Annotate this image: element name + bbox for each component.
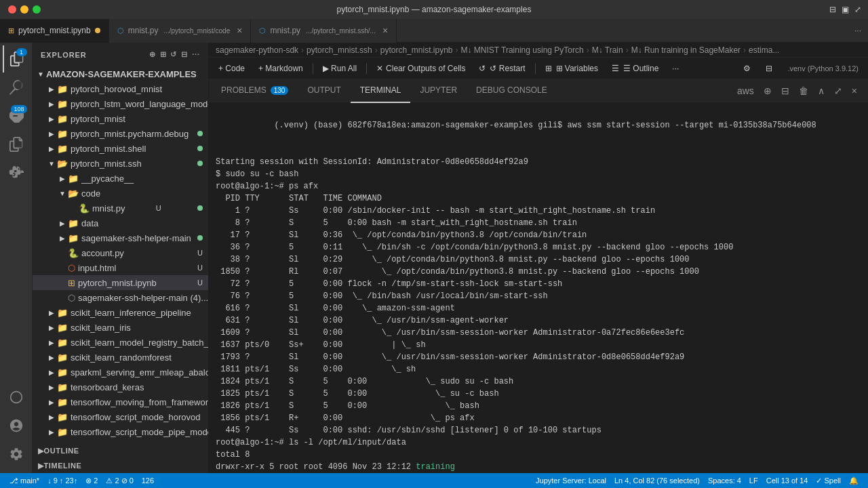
sidebar-item-shell[interactable]: ▶ 📁 pytorch_mnist.shell xyxy=(33,141,208,156)
tab-terminal[interactable]: TERMINAL xyxy=(351,79,411,103)
maximize-panel-icon[interactable]: ⤢ xyxy=(831,84,845,98)
sidebar-item-tensorboard[interactable]: ▶ 📁 tensorboard_keras xyxy=(33,380,208,394)
tab-output[interactable]: OUTPUT xyxy=(298,79,350,103)
tab-pytorch-mnist[interactable]: ⊞ pytorch_mnist.ipynb xyxy=(0,19,109,43)
close-button[interactable] xyxy=(8,5,16,14)
terminal-line-6: 8 ? S 5 0:00 bash -m start_with_right_ho… xyxy=(216,217,861,229)
breadcrumb-5[interactable]: M↓ Train xyxy=(592,45,623,55)
status-errors[interactable]: ⊗ 2 xyxy=(81,476,102,485)
extensions-icon[interactable] xyxy=(3,159,30,186)
sidebar-item-sagemaker-4[interactable]: ▶ ⬡ sagemaker-ssh-helper-main (4)... U xyxy=(33,290,208,305)
collapse-panel-icon[interactable]: ∧ xyxy=(815,84,827,98)
refresh-icon[interactable]: ↺ xyxy=(170,50,177,59)
sidebar-item-ssh[interactable]: ▼ 📂 pytorch_mnist.ssh xyxy=(33,156,208,171)
status-encoding[interactable]: LF xyxy=(745,476,762,485)
sidebar-item-input-html[interactable]: ▶ ⬡ input.html U xyxy=(33,260,208,275)
sidebar-item-pycache[interactable]: ▶ 📁 __pycache__ xyxy=(33,171,208,186)
search-activity-icon[interactable] xyxy=(3,74,30,101)
tab-close-icon[interactable]: × xyxy=(237,25,242,36)
delete-terminal-icon[interactable]: 🗑 xyxy=(796,84,811,98)
status-cursor[interactable]: Ln 4, Col 82 (76 selected) xyxy=(610,476,704,485)
variables-button[interactable]: ⊞ ⊞ Variables xyxy=(540,60,604,77)
sidebar-item-tf-pipe[interactable]: ▶ 📁 tensorflow_script_mode_pipe_mode xyxy=(33,424,208,439)
more-icon[interactable]: ··· xyxy=(192,50,200,59)
tab-problems[interactable]: PROBLEMS 130 xyxy=(212,79,298,103)
breadcrumb-4[interactable]: M↓ MNIST Training using PyTorch xyxy=(460,45,583,55)
more-toolbar-button[interactable]: ··· xyxy=(667,60,684,77)
run-all-button[interactable]: ▶ Run All xyxy=(317,60,362,77)
close-panel-icon[interactable]: × xyxy=(849,84,860,98)
sidebar-item-mnist-py[interactable]: ▶ 🐍 mnist.py U xyxy=(33,201,208,216)
tab-close-icon[interactable]: × xyxy=(382,25,388,36)
run-debug-icon[interactable] xyxy=(3,131,30,158)
sidebar-item-scikit-batch[interactable]: ▶ 📁 scikit_learn_model_registry_batch_tr… xyxy=(33,335,208,350)
sidebar-item-pytorch-horovod-mnist[interactable]: ▶ 📁 pytorch_horovod_mnist xyxy=(33,81,208,96)
timeline-section[interactable]: ▶ TIMELINE xyxy=(33,458,208,473)
root-folder[interactable]: ▼ AMAZON-SAGEMAKER-EXAMPLES xyxy=(33,66,208,81)
explorer-icon[interactable]: 1 xyxy=(3,45,30,73)
minimize-button[interactable] xyxy=(20,5,28,14)
breadcrumb-6[interactable]: M↓ Run training in SageMaker xyxy=(631,45,741,55)
split-toolbar-icon[interactable]: ⊟ xyxy=(760,60,778,77)
sidebar-item-scikit-iris[interactable]: ▶ 📁 scikit_learn_iris xyxy=(33,320,208,335)
new-terminal-icon[interactable]: ⊕ xyxy=(761,84,774,98)
breadcrumb-1[interactable]: sagemaker-python-sdk xyxy=(216,45,298,55)
sidebar-item-code[interactable]: ▼ 📂 code xyxy=(33,186,208,201)
status-cell[interactable]: Cell 13 of 14 xyxy=(762,476,812,485)
sidebar-item-sparkml[interactable]: ▶ 📁 sparkml_serving_emr_mleap_abalone xyxy=(33,365,208,380)
sidebar-item-tf-moving[interactable]: ▶ 📁 tensorflow_moving_from_framework_... xyxy=(33,394,208,409)
new-folder-icon[interactable]: ⊞ xyxy=(160,50,167,59)
status-warnings[interactable]: ⚠ 2 ⊘ 0 xyxy=(102,476,137,485)
sidebar-item-account-py[interactable]: ▶ 🐍 account.py U xyxy=(33,245,208,260)
sidebar-item-scikit-inference[interactable]: ▶ 📁 scikit_learn_inference_pipeline xyxy=(33,305,208,320)
sidebar-item-pytorch-lstm[interactable]: ▶ 📁 pytorch_lstm_word_language_model xyxy=(33,96,208,111)
split-icon[interactable]: ⊟ xyxy=(829,5,836,14)
status-branch[interactable]: ⎇ main* xyxy=(5,476,43,485)
sidebar-content: ▼ AMAZON-SAGEMAKER-EXAMPLES ▶ 📁 pytorch_… xyxy=(33,66,208,443)
status-spaces[interactable]: Spaces: 4 xyxy=(704,476,745,485)
terminal-line-19: 1824 pts/1 S 5 0:00 \_ sudo su -c bash xyxy=(216,375,861,388)
terminal-content[interactable]: (.venv) (base) 682f678a18ea:amazon-sagem… xyxy=(209,103,868,473)
sidebar-item-pytorch-mnist[interactable]: ▶ 📁 pytorch_mnist xyxy=(33,111,208,126)
add-markdown-button[interactable]: + Markdown xyxy=(253,60,309,77)
tab-mnist-ssh[interactable]: ⬡ mnist.py .../pytorch_mnist.ssh/... × xyxy=(251,19,397,43)
status-sync[interactable]: ↓ 9 ↑ 23↑ xyxy=(43,476,81,485)
fullscreen-icon[interactable]: ⤢ xyxy=(854,5,861,14)
breadcrumb-3[interactable]: pytorch_mnist.ipynb xyxy=(380,45,453,55)
sidebar-item-data[interactable]: ▶ 📁 data xyxy=(33,216,208,230)
maximize-button[interactable] xyxy=(33,5,41,14)
status-count[interactable]: 126 xyxy=(138,476,158,485)
breadcrumb-2[interactable]: pytorch_mnist.ssh xyxy=(307,45,372,55)
restart-button[interactable]: ↺ ↺ Restart xyxy=(473,60,530,77)
tab-more-icon[interactable]: ··· xyxy=(848,26,868,35)
source-control-icon[interactable]: 108 xyxy=(3,102,30,129)
status-spell[interactable]: ✓ Spell xyxy=(812,476,845,485)
sidebar-item-notebook-active[interactable]: ▶ ⊞ pytorch_mnist.ipynb U xyxy=(33,275,208,290)
status-notifications[interactable]: 🔔 xyxy=(845,476,863,485)
tab-mnist-code[interactable]: ⬡ mnist.py .../pytorch_mnist/code × xyxy=(109,19,252,43)
outline-section[interactable]: ▶ OUTLINE xyxy=(33,443,208,458)
tab-debug-console[interactable]: DEBUG CONSOLE xyxy=(467,79,557,103)
collapse-icon[interactable]: ⊟ xyxy=(181,50,188,59)
terminal-aws-label[interactable]: aws xyxy=(734,84,757,98)
sidebar-item-scikit-forest[interactable]: ▶ 📁 scikit_learn_randomforest xyxy=(33,350,208,365)
clear-outputs-button[interactable]: ✕ Clear Outputs of Cells xyxy=(371,60,471,77)
sidebar-item-sagemaker-ssh[interactable]: ▶ 📁 sagemaker-ssh-helper-main xyxy=(33,230,208,245)
outline-button[interactable]: ☰ ☰ Outline xyxy=(606,60,664,77)
add-code-button[interactable]: + Code xyxy=(213,60,250,77)
tab-jupyter[interactable]: JUPYTER xyxy=(410,79,467,103)
split-terminal-icon[interactable]: ⊟ xyxy=(778,84,792,98)
settings-icon[interactable] xyxy=(3,441,30,468)
account-icon[interactable] xyxy=(3,412,30,439)
new-file-icon[interactable]: ⊕ xyxy=(149,50,156,59)
breadcrumb-sep: › xyxy=(375,45,378,55)
sidebar-item-tf-horovod[interactable]: ▶ 📁 tensorflow_script_mode_horovod xyxy=(33,409,208,424)
sidebar-item-pycharm-debug[interactable]: ▶ 📁 pytorch_mnist.pycharm.debug xyxy=(33,126,208,141)
kernel-label[interactable]: .venv (Python 3.9.12) xyxy=(782,60,864,77)
status-jupyter[interactable]: Jupyter Server: Local xyxy=(532,476,610,485)
chevron-right-icon: ▶ xyxy=(46,352,57,363)
settings-toolbar-icon[interactable]: ⚙ xyxy=(738,60,756,77)
remote-icon[interactable] xyxy=(3,384,30,411)
layout-icon[interactable]: ▣ xyxy=(842,5,849,14)
breadcrumb-7[interactable]: estima... xyxy=(749,45,779,55)
